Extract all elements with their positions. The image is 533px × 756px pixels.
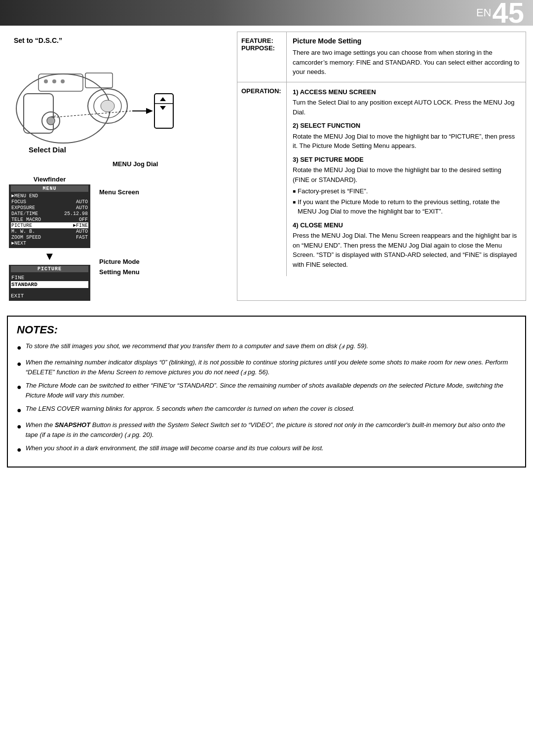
step-1-text: Turn the Select Dial to any position exc… <box>293 98 520 117</box>
picture-mode-label: Picture Mode <box>99 258 140 265</box>
svg-rect-4 <box>24 94 53 133</box>
camera-area: Set to “D.S.C.” <box>9 35 230 173</box>
menu-row-picture: PICTURE►FINE <box>11 222 88 228</box>
left-panel: Set to “D.S.C.” <box>0 26 237 306</box>
note-bullet-2: ● <box>17 358 22 370</box>
note-bullet-5: ● <box>17 421 22 432</box>
step-1-title: 1) ACCESS MENU SCREEN <box>293 87 520 97</box>
menu-jog-dial-label: MENU Jog Dial <box>113 160 158 168</box>
picture-row-standard: STANDARD <box>11 281 88 288</box>
feature-left: FEATURE: PURPOSE: <box>237 32 287 82</box>
menu-row-end: ►MENU END <box>11 193 88 199</box>
step-2-text: Rotate the MENU Jog Dial to move the hig… <box>293 132 520 151</box>
menu-screen-container: Viewfinder MENU ►MENU END FOCUSAUTO EXPO… <box>9 176 90 301</box>
header-bar: EN 45 <box>0 0 533 26</box>
snapshot-bold: SNAPSHOT <box>55 421 90 429</box>
feature-row: FEATURE: PURPOSE: Picture Mode Setting T… <box>237 32 526 82</box>
step-2-title: 2) SELECT FUNCTION <box>293 121 520 131</box>
note-text-5: When the SNAPSHOT Button is pressed with… <box>26 420 516 439</box>
viewfinder-section: Viewfinder MENU ►MENU END FOCUSAUTO EXPO… <box>9 176 230 301</box>
menu-row-next: ►NEXT <box>11 240 88 246</box>
bullet-sq-icon-2: ■ <box>293 198 296 206</box>
note-text-4: The LENS COVER warning blinks for approx… <box>26 404 355 414</box>
note-text-2: When the remaining number indicator disp… <box>26 358 516 377</box>
svg-marker-17 <box>160 97 166 101</box>
page-number: 45 <box>492 0 524 27</box>
en-label: EN <box>476 6 492 19</box>
menu-row-focus: FOCUSAUTO <box>11 199 88 205</box>
menu-screen-box: MENU ►MENU END FOCUSAUTO EXPOSUREAUTO DA… <box>9 184 90 248</box>
picture-mode-label-container: Picture Mode Setting Menu <box>99 255 140 276</box>
operation-left: OPERATION: <box>237 82 287 277</box>
setting-menu-label: Setting Menu <box>99 268 140 276</box>
screen-labels: Menu Screen Picture Mode Setting Menu <box>99 176 140 276</box>
notes-title: NOTES: <box>17 324 516 336</box>
menu-row-exposure: EXPOSUREAUTO <box>11 205 88 211</box>
svg-marker-18 <box>160 106 166 110</box>
operation-label: OPERATION: <box>241 87 282 95</box>
step-3-bullet-2-text: If you want the Picture Mode to return t… <box>298 197 520 216</box>
right-panel: FEATURE: PURPOSE: Picture Mode Setting T… <box>237 32 526 301</box>
note-bullet-1: ● <box>17 342 22 354</box>
menu-row-datetime: DATE∕TIME25.12.98 <box>11 211 88 216</box>
feature-content: Picture Mode Setting There are two image… <box>287 32 526 82</box>
feature-text: There are two image settings you can cho… <box>293 48 520 77</box>
arrow-down-icon: ▼ <box>9 250 90 263</box>
purpose-label: PURPOSE: <box>241 44 282 52</box>
svg-point-3 <box>101 100 114 112</box>
select-dial-label: Select Dial <box>29 145 66 154</box>
step-3-bullet-1: ■ Factory-preset is “FINE”. <box>293 186 520 196</box>
camera-diagram <box>9 44 177 158</box>
note-text-1: To store the still images you shot, we r… <box>26 341 368 351</box>
note-item-5: ● When the SNAPSHOT Button is pressed wi… <box>17 420 516 439</box>
menu-screen-label: Menu Screen <box>99 188 140 196</box>
note-text-6: When you shoot in a dark environment, th… <box>26 443 324 453</box>
notes-section: NOTES: ● To store the still images you s… <box>7 316 526 468</box>
note-bullet-6: ● <box>17 444 22 456</box>
svg-marker-14 <box>146 108 153 114</box>
step-4-title: 4) CLOSE MENU <box>293 220 520 230</box>
note-bullet-3: ● <box>17 381 22 393</box>
feature-title: Picture Mode Setting <box>293 37 520 45</box>
bullet-sq-icon: ■ <box>293 187 296 195</box>
notes-list: ● To store the still images you shot, we… <box>17 341 516 456</box>
picture-mode-box: PICTURE FINE STANDARD EXIT <box>9 265 90 301</box>
svg-line-12 <box>51 116 56 117</box>
menu-screen-title: MENU <box>11 185 88 192</box>
viewfinder-label: Viewfinder <box>9 176 90 183</box>
note-item-4: ● The LENS COVER warning blinks for appr… <box>17 404 516 416</box>
picture-row-fine: FINE <box>11 274 88 281</box>
menu-row-mwb: M. W. B.AUTO <box>11 228 88 234</box>
note-item-6: ● When you shoot in a dark environment, … <box>17 443 516 456</box>
menu-row-tele: TELE MACROOFF <box>11 216 88 222</box>
step-3-bullet-2: ■ If you want the Picture Mode to return… <box>293 197 520 216</box>
picture-mode-title: PICTURE <box>11 266 88 272</box>
operation-row: OPERATION: 1) ACCESS MENU SCREEN Turn th… <box>237 82 526 277</box>
step-4-text: Press the MENU Jog Dial. The Menu Screen… <box>293 231 520 269</box>
svg-point-7 <box>52 79 56 83</box>
step-3-text: Rotate the MENU Jog Dial to move the hig… <box>293 165 520 184</box>
svg-point-11 <box>47 117 55 125</box>
feature-label: FEATURE: <box>241 37 282 44</box>
svg-point-6 <box>44 79 48 83</box>
exit-row: EXIT <box>11 293 88 299</box>
svg-point-8 <box>61 79 65 83</box>
note-bullet-4: ● <box>17 404 22 416</box>
note-text-3: The Picture Mode can be switched to eith… <box>26 381 516 400</box>
note-item-2: ● When the remaining number indicator di… <box>17 358 516 377</box>
menu-row-zoom: ZOOM SPEEDFAST <box>11 234 88 240</box>
operation-content: 1) ACCESS MENU SCREEN Turn the Select Di… <box>287 82 526 277</box>
note-item-3: ● The Picture Mode can be switched to ei… <box>17 381 516 400</box>
set-dsc-label: Set to “D.S.C.” <box>14 36 62 44</box>
step-3-title: 3) SET PICTURE MODE <box>293 155 520 165</box>
note-item-1: ● To store the still images you shot, we… <box>17 341 516 354</box>
step-3-bullet-1-text: Factory-preset is “FINE”. <box>298 186 368 196</box>
main-content: Set to “D.S.C.” <box>0 26 533 306</box>
